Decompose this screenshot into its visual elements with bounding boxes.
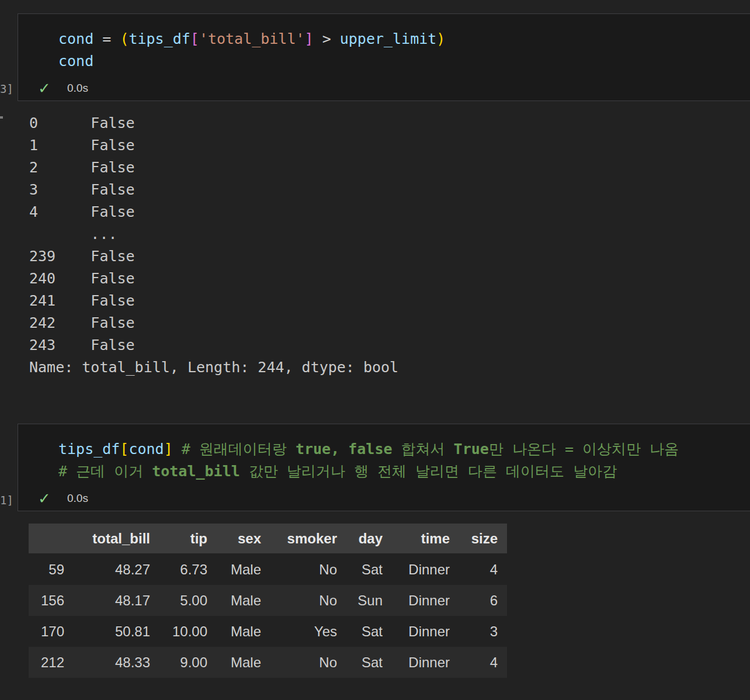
table-cell: 5.00 — [159, 585, 217, 616]
table-cell: 48.17 — [74, 585, 159, 616]
table-row: 21248.339.00MaleNoSatDinner4 — [29, 647, 507, 678]
table-row: 17050.8110.00MaleYesSatDinner3 — [29, 616, 507, 647]
column-header — [29, 524, 74, 554]
table-cell: Sat — [346, 554, 392, 585]
cell-1-status-bar: ✓ 0.0s — [18, 79, 750, 97]
execution-duration: 0.0s — [67, 82, 88, 95]
code-cell-1[interactable]: cond = (tips_df['total_bill'] > upper_li… — [18, 13, 750, 101]
table-cell: Dinner — [392, 554, 459, 585]
table-cell: Yes — [270, 616, 346, 647]
success-check-icon: ✓ — [38, 491, 55, 506]
table-cell: 48.33 — [74, 647, 159, 678]
table-cell: Sun — [346, 585, 392, 616]
execution-count-fragment-1: 3] — [0, 82, 13, 95]
series-output: 0 False 1 False 2 False 3 False 4 False … — [29, 112, 398, 379]
table-cell: 48.27 — [74, 554, 159, 585]
code-cell-2[interactable]: tips_df[cond] # 원래데이터랑 true, false 합쳐서 T… — [18, 424, 750, 511]
code-line: cond = (tips_df['total_bill'] > upper_li… — [58, 28, 750, 50]
column-header: day — [346, 524, 392, 554]
code-line: cond — [58, 50, 750, 72]
output-collapse-indicator[interactable] — [0, 116, 3, 119]
table-cell: 59 — [29, 554, 74, 585]
table-cell: Sat — [346, 647, 392, 678]
table-cell: Male — [217, 647, 270, 678]
table-cell: 6.73 — [159, 554, 217, 585]
table-cell: 3 — [459, 616, 507, 647]
column-header: time — [392, 524, 459, 554]
table-row: 5948.276.73MaleNoSatDinner4 — [29, 554, 507, 585]
table-cell: 9.00 — [159, 647, 217, 678]
table-cell: 212 — [29, 647, 74, 678]
code-editor-1[interactable]: cond = (tips_df['total_bill'] > upper_li… — [18, 14, 750, 72]
table-cell: Male — [217, 585, 270, 616]
table-cell: Sat — [346, 616, 392, 647]
table-cell: No — [270, 585, 346, 616]
column-header: sex — [217, 524, 270, 554]
code-line: tips_df[cond] # 원래데이터랑 true, false 합쳐서 T… — [58, 438, 750, 460]
column-header: tip — [159, 524, 217, 554]
table-cell: Dinner — [392, 616, 459, 647]
table-cell: No — [270, 554, 346, 585]
column-header: smoker — [270, 524, 346, 554]
table-cell: Dinner — [392, 647, 459, 678]
table-cell: 170 — [29, 616, 74, 647]
table-cell: No — [270, 647, 346, 678]
table-cell: 10.00 — [159, 616, 217, 647]
table-header-row: total_billtipsexsmokerdaytimesize — [29, 524, 507, 554]
table-cell: 4 — [459, 647, 507, 678]
code-line: # 근데 이거 total_bill 값만 날리거나 행 전체 날리면 다른 데… — [58, 460, 750, 483]
execution-duration: 0.0s — [67, 492, 88, 505]
code-editor-2[interactable]: tips_df[cond] # 원래데이터랑 true, false 합쳐서 T… — [18, 424, 750, 483]
success-check-icon: ✓ — [38, 81, 55, 96]
table-row: 15648.175.00MaleNoSunDinner6 — [29, 585, 507, 616]
execution-count-fragment-2: 1] — [0, 494, 13, 507]
table-cell: Dinner — [392, 585, 459, 616]
table-cell: 50.81 — [74, 616, 159, 647]
cell-2-status-bar: ✓ 0.0s — [18, 490, 750, 507]
table-cell: Male — [217, 616, 270, 647]
column-header: size — [459, 524, 507, 554]
table-cell: 156 — [29, 585, 74, 616]
table-cell: 4 — [459, 554, 507, 585]
table-cell: Male — [217, 554, 270, 585]
table-cell: 6 — [459, 585, 507, 616]
column-header: total_bill — [74, 524, 159, 554]
dataframe-output-table: total_billtipsexsmokerdaytimesize 5948.2… — [29, 524, 507, 678]
